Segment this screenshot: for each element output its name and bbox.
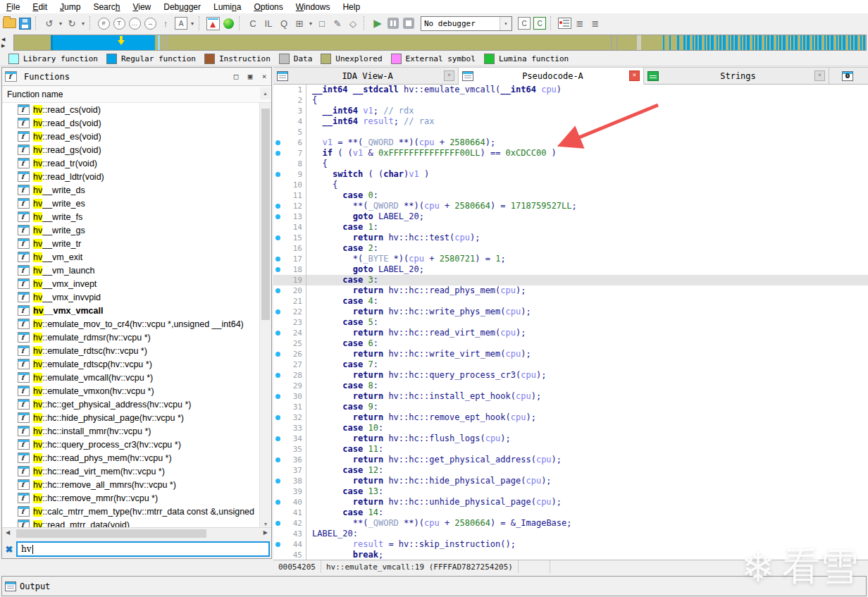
breakpoint-list-button-icon[interactable] [557,16,572,31]
breakpoint-dot-icon[interactable] [273,140,283,145]
navigator-toggle-button-icon[interactable] [205,16,221,31]
code-line[interactable]: 20 return hv::hc::read_phys_mem(cpu); [273,285,868,296]
stop-process-button-icon[interactable] [401,16,416,31]
function-list-item[interactable]: hv__write_gs [2,223,271,237]
pause-process-button-icon[interactable] [385,16,401,31]
code-line[interactable]: 32 return hv::hc::remove_ept_hook(cpu); [273,412,868,423]
tab-pseudocode-a[interactable]: Pseudocode-A× [459,68,644,85]
code-line[interactable]: 36 return hv::hc::get_physical_address(c… [273,455,868,465]
function-list-item[interactable]: hv::hc::remove_mmr(hv::vcpu *) [2,491,271,505]
function-list-item[interactable]: hv::hc::hide_physical_page(hv::vcpu *) [2,411,271,424]
clear-filter-icon[interactable]: ✖ [2,544,16,555]
scrollbar-thumb[interactable] [261,109,270,320]
maximize-icon[interactable]: □ [229,72,243,81]
function-list-item[interactable]: hv__write_fs [2,210,271,223]
code-line[interactable]: 34 return hv::hc::flush_logs(cpu); [273,433,868,444]
function-list-item[interactable]: hv__vm_exit [2,250,271,264]
tab-ida-view-a[interactable]: IDA View-A× [273,68,459,84]
text-options-button-icon[interactable]: A [173,16,189,31]
code-line[interactable]: 18 goto LABEL_20; [273,264,868,275]
code-line[interactable]: 37 case 12: [273,465,868,476]
code-line[interactable]: 14 case 1: [273,222,868,233]
code-line[interactable]: 12 **(_QWORD **)(cpu + 2580664) = 171875… [273,201,868,211]
function-list-item[interactable]: hv::read_ds(void) [2,116,271,130]
code-line[interactable]: 45 break; [273,550,868,560]
scroll-left-arrow-icon[interactable]: ◀ [6,529,10,536]
jump-name-button-icon[interactable]: T [111,16,127,31]
text-options-dropdown-arrow-icon[interactable]: ▾ [189,16,196,31]
menu-item-help[interactable]: Help [336,1,366,13]
code-line[interactable]: 10 { [273,180,868,190]
breakpoint-dot-icon[interactable] [273,394,283,399]
function-list-item[interactable]: hv::read_ldtr(void) [2,170,271,183]
empty-window-button-icon[interactable]: □ [314,16,330,31]
function-list-item[interactable]: hv::emulate_mov_to_cr4(hv::vcpu *,unsign… [2,317,271,331]
code-line[interactable]: 40 return hv::hc::unhide_physical_page(c… [273,497,868,507]
menu-item-options[interactable]: Options [247,1,289,13]
function-list-item[interactable]: hv::hc::query_process_cr3(hv::vcpu *) [2,438,271,451]
function-list-item[interactable]: hv__vmx_invept [2,277,271,290]
redo-button-icon[interactable]: ↻ [64,16,80,31]
code-line[interactable]: 9 switch ( (char)v1 ) [273,169,868,180]
code-line[interactable]: 13 goto LABEL_20; [273,211,868,222]
code-line[interactable]: 26 return hv::hc::write_virt_mem(cpu); [273,349,868,359]
tab-close-icon[interactable]: × [629,70,640,81]
windows-list-dropdown-arrow-icon[interactable]: ▾ [307,16,314,31]
diamond-button-icon[interactable]: ◇ [345,16,361,31]
windows-list-button-icon[interactable]: ⊞ [292,16,307,31]
functions-panel-titlebar[interactable]: Functions □ ▣ × [2,68,271,86]
function-list-item[interactable]: hv::read_tr(void) [2,156,271,170]
code-line[interactable]: 31 case 9: [273,402,868,412]
function-list-item[interactable]: hv::hc::read_phys_mem(hv::vcpu *) [2,451,271,464]
restore-icon[interactable]: ▣ [243,72,257,81]
breakpoint-dot-icon[interactable] [273,267,283,272]
close-icon[interactable]: × [257,72,271,81]
breakpoint-dot-icon[interactable] [273,331,283,336]
redo-dropdown-arrow-icon[interactable]: ▾ [80,16,87,31]
breakpoint-dot-icon[interactable] [273,457,283,462]
c-source-sync-button-icon[interactable]: C [532,16,547,31]
code-line[interactable]: 42 **(_QWORD **)(cpu + 2580664) = &_Imag… [273,518,868,529]
breakpoint-dot-icon[interactable] [273,479,283,484]
function-list-item[interactable]: hv::hc::read_virt_mem(hv::vcpu *) [2,464,271,478]
code-line[interactable]: 43LABEL_20: [273,529,868,539]
navband-scroll-arrows[interactable]: ◀ ▶ [1,34,11,51]
function-list-item[interactable]: hv__vm_launch [2,264,271,277]
code-line[interactable]: 23 case 5: [273,317,868,328]
undo-dropdown-arrow-icon[interactable]: ▾ [57,16,64,31]
annotate-button-icon[interactable]: ✎ [330,16,345,31]
navband-right-arrow-icon[interactable]: ▶ [1,42,11,49]
code-line[interactable]: 4 __int64 result; // rax [273,116,868,127]
trace-step-into-button-icon[interactable]: ≣ [588,16,603,31]
function-list-item[interactable]: hv::emulate_vmcall(hv::vcpu *) [2,371,271,384]
tab-info[interactable] [842,68,856,84]
code-line[interactable]: 19 case 3: [273,275,868,285]
code-line[interactable]: 22 return hv::hc::write_phys_mem(cpu); [273,307,868,317]
function-list-item[interactable]: hv::read_mtrr_data(void) [2,518,271,527]
function-list-item[interactable]: hv::read_es(void) [2,130,271,143]
dropdown-arrow-icon[interactable]: ▾ [500,17,512,30]
breakpoint-dot-icon[interactable] [273,288,283,293]
function-list-item[interactable]: hv__write_es [2,197,271,210]
code-line[interactable]: 15 return hv::hc::test(cpu); [273,233,868,243]
c-source-button-icon[interactable]: C [516,16,532,31]
open-file-button-icon[interactable] [1,16,17,31]
tab-close-icon[interactable]: × [444,70,454,81]
code-line[interactable]: 41 case 14: [273,507,868,518]
breakpoint-dot-icon[interactable] [273,521,283,526]
scroll-up-arrow-icon[interactable]: ▲ [260,87,271,99]
quick-view-button-icon[interactable]: Q [276,16,292,31]
filter-input[interactable]: hv [16,541,270,557]
breakpoint-dot-icon[interactable] [273,214,283,219]
undo-button-icon[interactable]: ↺ [42,16,57,31]
breakpoint-dot-icon[interactable] [273,352,283,357]
menu-item-jump[interactable]: Jump [54,1,87,13]
function-list-item[interactable]: hv__write_tr [2,237,271,250]
scrollbar-thumb[interactable] [16,529,206,538]
code-line[interactable]: 39 case 13: [273,486,868,497]
compile-button-icon[interactable]: C [245,16,261,31]
tab-close-icon[interactable]: × [814,70,825,81]
breakpoint-dot-icon[interactable] [273,257,283,261]
function-list-item[interactable]: hv::read_cs(void) [2,103,271,116]
code-line[interactable]: 16 case 2: [273,243,868,254]
